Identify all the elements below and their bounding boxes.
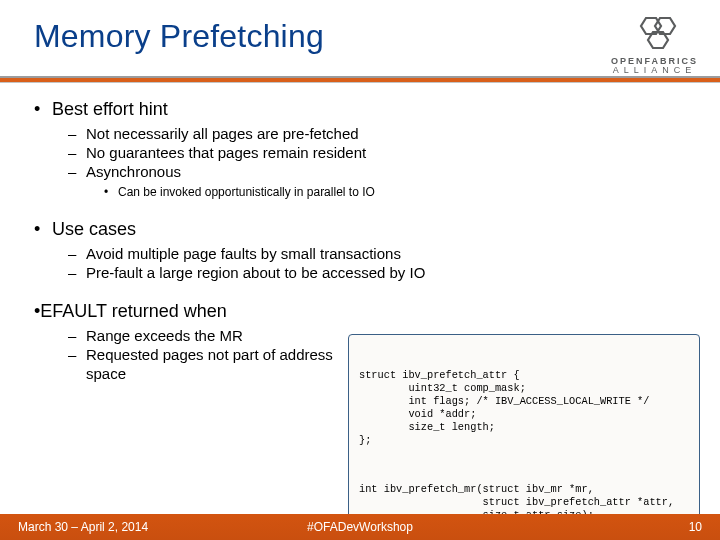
sub-bullet: –Not necessarily all pages are pre-fetch…	[68, 124, 686, 143]
footer-page-number: 10	[689, 520, 702, 534]
code-box: struct ibv_prefetch_attr { uint32_t comp…	[348, 334, 700, 540]
svg-marker-2	[648, 32, 668, 48]
sub-bullet: –Pre-fault a large region about to be ac…	[68, 263, 686, 282]
subsub-bullet: •Can be invoked opportunistically in par…	[104, 184, 686, 200]
bullet-label: Use cases	[52, 218, 136, 240]
openfabrics-logo: OPENFABRICS ALLIANCE	[611, 14, 698, 75]
bullet-label: EFAULT returned when	[40, 301, 226, 321]
bullet-label: Best effort hint	[52, 98, 168, 120]
hex-logo-icon	[626, 14, 682, 54]
bullet-use-cases: •Use cases –Avoid multiple page faults b…	[34, 218, 686, 282]
footer-hashtag: #OFADevWorkshop	[0, 520, 720, 534]
title-divider	[0, 76, 720, 84]
slide-title: Memory Prefetching	[34, 18, 324, 55]
sub-bullet: –No guarantees that pages remain residen…	[68, 143, 686, 162]
slide: Memory Prefetching OPENFABRICS ALLIANCE …	[0, 0, 720, 540]
sub-bullet: –Avoid multiple page faults by small tra…	[68, 244, 686, 263]
bullet-best-effort: •Best effort hint –Not necessarily all p…	[34, 98, 686, 200]
sub-bullet: –Asynchronous •Can be invoked opportunis…	[68, 162, 686, 200]
sub-bullet: –Range exceeds the MR	[68, 326, 334, 345]
logo-text-line2: ALLIANCE	[611, 65, 698, 75]
footer-bar: March 30 – April 2, 2014 #OFADevWorkshop…	[0, 514, 720, 540]
sub-bullet: –Requested pages not part of address spa…	[68, 345, 334, 383]
code-struct: struct ibv_prefetch_attr { uint32_t comp…	[359, 369, 689, 447]
